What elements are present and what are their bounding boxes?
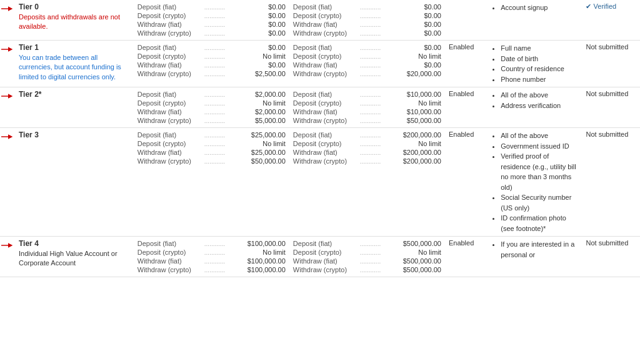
tier-name-2: Tier 2*: [19, 90, 130, 99]
svg-marker-5: [8, 94, 12, 98]
tier-name-1: Tier 1: [19, 43, 130, 52]
personal-limits-3: Deposit (fiat) ............ $25,000.00 D…: [134, 128, 289, 237]
tier-row-3: Tier 3 Deposit (fiat) ............ $25,0…: [0, 128, 640, 237]
personal-limits-0: Deposit (fiat) ............ $0.00 Deposi…: [134, 0, 289, 41]
corporate-limits-2: Deposit (fiat) ............ $10,000.00 D…: [289, 87, 445, 128]
submitted-cell-0: ✔ Verified: [582, 0, 640, 41]
tier-name-0: Tier 0: [19, 2, 130, 11]
status-cell-0: [445, 0, 488, 41]
tier-row-0: Tier 0 Deposits and withdrawals are not …: [0, 0, 640, 41]
corporate-limits-4: Deposit (fiat) ............ $500,000.00 …: [289, 237, 445, 277]
status-cell-2: Enabled: [445, 87, 488, 128]
requirements-cell-3: All of the aboveGovernment issued IDVeri…: [488, 128, 582, 237]
corporate-limits-1: Deposit (fiat) ............ $0.00 Deposi…: [289, 41, 445, 87]
submitted-cell-2: Not submitted: [582, 87, 640, 128]
personal-limits-2: Deposit (fiat) ............ $2,000.00 De…: [134, 87, 289, 128]
tier-name-4: Tier 4: [19, 239, 130, 248]
tier-row-2: Tier 2* Deposit (fiat) ............ $2,0…: [0, 87, 640, 128]
requirements-cell-1: Full nameDate of birthCountry of residen…: [488, 41, 582, 87]
arrow-icon-3: [1, 132, 15, 144]
submitted-cell-1: Not submitted: [582, 41, 640, 87]
status-cell-1: Enabled: [445, 41, 488, 87]
personal-limits-4: Deposit (fiat) ............ $100,000.00 …: [134, 237, 289, 277]
tier-desc-4: Individual High Value Account or Corpora…: [19, 249, 130, 268]
tier-cell-4: Tier 4 Individual High Value Account or …: [0, 237, 134, 277]
tier-row-4: Tier 4 Individual High Value Account or …: [0, 237, 640, 277]
status-cell-4: Enabled: [445, 237, 488, 277]
svg-marker-1: [8, 6, 12, 11]
arrow-icon-0: [1, 4, 15, 16]
svg-marker-9: [8, 243, 12, 247]
tier-row-1: Tier 1 You can trade between all currenc…: [0, 41, 640, 87]
submitted-cell-4: Not submitted: [582, 237, 640, 277]
tier-cell-3: Tier 3: [0, 128, 134, 237]
arrow-icon-4: [1, 240, 15, 252]
corporate-limits-3: Deposit (fiat) ............ $200,000.00 …: [289, 128, 445, 237]
svg-marker-7: [8, 134, 12, 139]
requirements-cell-2: All of the aboveAddress verification: [488, 87, 582, 128]
tier-name-3: Tier 3: [19, 130, 130, 139]
tier-desc-1: You can trade between all currencies, bu…: [19, 53, 130, 82]
arrow-icon-1: [1, 44, 15, 56]
arrow-icon-2: [1, 91, 15, 103]
personal-limits-1: Deposit (fiat) ............ $0.00 Deposi…: [134, 41, 289, 87]
submitted-cell-3: Not submitted: [582, 128, 640, 237]
requirements-cell-4: If you are interested in a personal or: [488, 237, 582, 277]
tier-cell-1: Tier 1 You can trade between all currenc…: [0, 41, 134, 87]
tier-cell-0: Tier 0 Deposits and withdrawals are not …: [0, 0, 134, 41]
svg-marker-3: [8, 47, 12, 51]
tier-cell-2: Tier 2*: [0, 87, 134, 128]
status-cell-3: Enabled: [445, 128, 488, 237]
tier-desc-0: Deposits and withdrawals are not availab…: [19, 12, 130, 32]
corporate-limits-0: Deposit (fiat) ............ $0.00 Deposi…: [289, 0, 445, 41]
requirements-cell-0: Account signup: [488, 0, 582, 41]
